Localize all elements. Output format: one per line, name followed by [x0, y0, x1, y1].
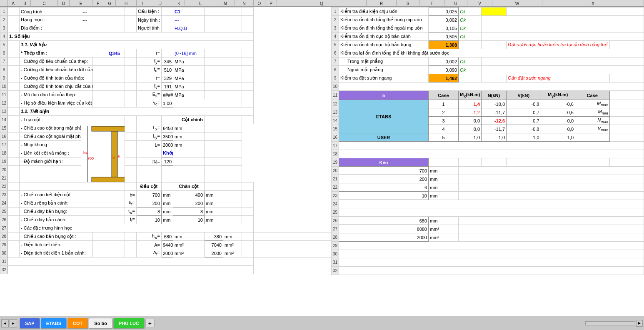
result-row5-note: Đặt sườn dọc hoặc kiểm tra lại ổn định t…: [507, 41, 610, 49]
loads-col-mx: Mx(kN.m): [459, 91, 482, 100]
loads-col-my: My(kN.m): [541, 91, 575, 100]
etabs-label: ETABS: [339, 100, 429, 133]
bottom-A-value: 8080: [339, 225, 429, 233]
desc-yc: - Hệ số điều kiện làm việc của kết cấu: [20, 99, 93, 108]
result-trong-value: 0,002: [429, 58, 459, 66]
tf-chan-value[interactable]: 10: [173, 216, 205, 224]
keo-tf-value: 10: [339, 192, 429, 200]
hw-chan-value[interactable]: 380: [205, 232, 223, 241]
Af-dau-value[interactable]: 2000: [162, 249, 173, 258]
tf-dau-value[interactable]: 10: [137, 216, 162, 224]
bottom-Af-value: 2000: [339, 233, 429, 242]
loai-cot-label: - Loại cột :: [20, 116, 81, 124]
tw-chan-value[interactable]: 8: [173, 208, 205, 216]
L-value[interactable]: 20000: [162, 141, 173, 149]
load-row2-mx: -1,2: [459, 108, 482, 117]
tw-dau-value[interactable]: 8: [137, 208, 162, 216]
result-row5-label: Kiểm tra ổn định cục bộ bản bụng: [339, 41, 429, 49]
nguoi-tinh-value: H.Q.B: [173, 24, 205, 32]
yc-value[interactable]: 1,00: [162, 99, 173, 108]
tab-phuluc[interactable]: PHU LUC: [113, 318, 145, 329]
load-row1-mx: 1,4: [459, 100, 482, 108]
user-num: 5: [429, 133, 459, 142]
bf-dau-unit: mm: [162, 199, 173, 208]
A-dau-value[interactable]: 9440: [162, 241, 173, 249]
col-O: O: [254, 0, 265, 7]
horizontal-scrollbar[interactable]: [585, 321, 635, 325]
load-row2-num: 2: [429, 108, 459, 117]
tw-label2: tw=: [125, 208, 137, 216]
bottom-Af-unit: mm²: [429, 233, 459, 242]
sheet-nav-left[interactable]: ◄: [1, 319, 9, 328]
dien-tich-canh-label: - Diện tích tiết diện 1 bản cánh:: [20, 249, 93, 258]
result-row2-label: Kiểm tra ổn định tổng thể trong mp uốn: [339, 16, 429, 24]
load-row4-v: -0,8: [507, 125, 541, 133]
col-T: T: [419, 0, 444, 7]
do-manh-label: - Độ mảnh giới hạn :: [20, 158, 81, 166]
result-row4-status: Ok: [459, 32, 482, 41]
result-suon-ngang-value: 1,462: [429, 74, 459, 82]
lien-ket-label: - Liên kết cột và móng :: [20, 149, 81, 158]
Af-chan-value[interactable]: 2000: [205, 249, 223, 258]
load-row1-n: -10,8: [482, 100, 507, 108]
tf-label2: tf=: [125, 216, 137, 224]
f-value[interactable]: 329: [162, 74, 173, 82]
col-W: W: [492, 0, 542, 7]
loads-col-v: V(kN): [507, 91, 541, 100]
loads-col-n: N(kN): [482, 91, 507, 100]
bf-chan-value[interactable]: 200: [173, 199, 205, 208]
bf-dau-value[interactable]: 200: [137, 199, 162, 208]
lien-ket-value[interactable]: Khớp: [162, 149, 173, 158]
A-chan-unit: mm²: [223, 241, 242, 249]
scroll-right-btn[interactable]: ▶: [636, 320, 643, 327]
col-X: X: [542, 0, 644, 7]
Af-dau-unit: mm²: [173, 249, 205, 258]
lambda-value[interactable]: 120: [162, 158, 173, 166]
add-sheet-button[interactable]: +: [145, 319, 155, 328]
fy-value[interactable]: 345: [162, 58, 173, 66]
user-mx: 1,0: [459, 133, 482, 142]
col-U: U: [444, 0, 467, 7]
tab-sobo[interactable]: So bo: [89, 318, 112, 329]
svg-text:h=: h=: [83, 151, 87, 155]
result-row4-value: 0,505: [429, 32, 459, 41]
page: A B C D E F G H I J K L M N O P Q R S T …: [0, 0, 644, 330]
lx-unit: mm: [173, 124, 205, 132]
load-row2-v: 0,7: [507, 108, 541, 117]
chieu-cao-trong-label: - Chiều cao cột trong mặt phẳng :: [20, 124, 81, 132]
svg-rect-0: [92, 126, 125, 131]
A-chan-value[interactable]: 7040: [205, 241, 223, 249]
fu-value[interactable]: 510: [162, 66, 173, 74]
ngay-tinh-label: Ngày tính :: [137, 16, 162, 24]
desc-f: - Cường độ tính toán của thép:: [20, 74, 93, 82]
hw-dau-value[interactable]: 680: [162, 232, 173, 241]
result-row3-status: Ok: [459, 24, 482, 32]
h-chan-value[interactable]: 400: [173, 191, 205, 199]
lambda-label: [λ]=: [137, 158, 162, 166]
fv-value[interactable]: 191: [162, 82, 173, 91]
load-row3-v: 0,7: [507, 117, 541, 125]
keo-tw-value: 6: [339, 183, 429, 192]
user-n: 1,0: [482, 133, 507, 142]
cau-kien-label: Cấu kiện :: [137, 8, 162, 16]
tab-sap[interactable]: SAP: [20, 318, 40, 329]
es-value[interactable]: ######: [162, 91, 173, 99]
col-H: H: [116, 0, 137, 7]
keo-hw-unit: mm: [429, 167, 459, 175]
hw-chan-unit: mm: [223, 232, 242, 241]
ly-value[interactable]: 3500: [162, 132, 173, 141]
dien-tich-label: - Diện tích tiết diện:: [20, 241, 93, 249]
tab-cot[interactable]: COT: [67, 318, 88, 329]
load-row1-num: 1: [429, 100, 459, 108]
h-dau-value[interactable]: 700: [137, 191, 162, 199]
chieu-rong-label: - Chiều rộng bản cánh:: [20, 199, 81, 208]
chieu-cao-ngoai-label: - Chiều cao cột ngoài mặt phẳng :: [20, 132, 81, 141]
bf-chan-unit: mm: [205, 199, 223, 208]
h-dau-unit: mm: [162, 191, 173, 199]
tab-etabs[interactable]: ETABS: [41, 318, 67, 329]
svg-text:700: 700: [87, 156, 94, 160]
lx-value[interactable]: 6450: [162, 124, 173, 132]
sheet-nav-right[interactable]: ►: [10, 319, 17, 328]
col-M: M: [216, 0, 235, 7]
svg-rect-2: [92, 177, 125, 182]
